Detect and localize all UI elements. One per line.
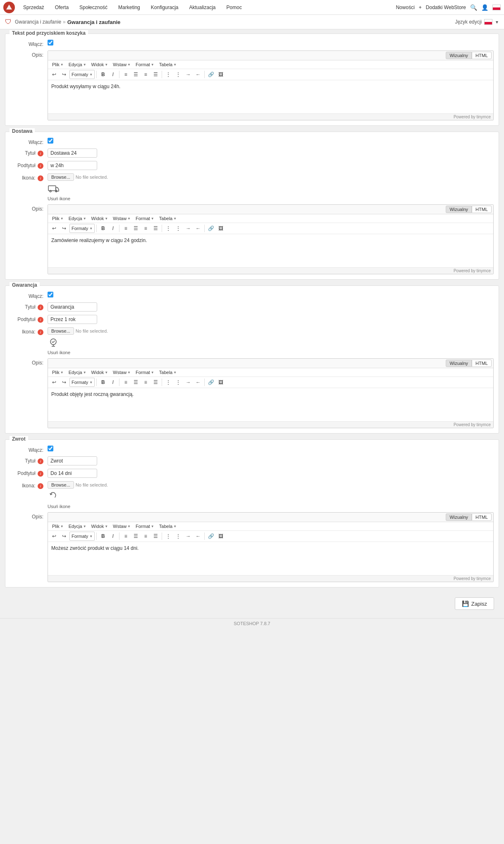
btn-indent-1[interactable]: → [184, 224, 193, 233]
podtytul-info-icon-2[interactable]: i [38, 317, 43, 323]
tab-html-1[interactable]: HTML [472, 206, 492, 213]
tytul-input-1[interactable] [48, 149, 97, 158]
menu-format-0[interactable]: Format ▼ [133, 61, 157, 68]
formats-dropdown-0[interactable]: Formaty ▼ [69, 70, 95, 79]
btn-align-center-2[interactable]: ☰ [131, 378, 140, 387]
btn-undo-2[interactable]: ↩ [50, 378, 59, 387]
btn-ul-3[interactable]: ⋮ [164, 532, 173, 541]
remove-icon-link-3[interactable]: Usuń ikone [48, 504, 494, 509]
menu-widok-2[interactable]: Widok ▼ [89, 369, 110, 376]
tab-wizualny-3[interactable]: Wizualny [446, 513, 472, 521]
btn-align-left-0[interactable]: ≡ [121, 70, 130, 79]
menu-plik-3[interactable]: Plik ▼ [50, 523, 66, 530]
menu-wstaw-3[interactable]: Wstaw ▼ [110, 523, 133, 530]
account-icon[interactable]: 👤 [481, 4, 488, 11]
menu-widok-1[interactable]: Widok ▼ [89, 215, 110, 222]
btn-bold-2[interactable]: B [98, 378, 107, 387]
btn-bold-3[interactable]: B [98, 532, 107, 541]
tmc-content-1[interactable]: Zamówienie realizujemy w ciągu 24 godzin… [48, 234, 493, 267]
btn-redo-1[interactable]: ↪ [60, 224, 69, 233]
browse-btn-2[interactable]: Browse... [48, 327, 74, 335]
menu-wstaw-0[interactable]: Wstaw ▼ [110, 61, 133, 68]
menu-widok-3[interactable]: Widok ▼ [89, 523, 110, 530]
menu-edycja-3[interactable]: Edycja ▼ [66, 523, 89, 530]
btn-redo-3[interactable]: ↪ [60, 532, 69, 541]
flag-icon[interactable] [492, 5, 501, 10]
btn-align-left-1[interactable]: ≡ [121, 224, 130, 233]
btn-align-center-1[interactable]: ☰ [131, 224, 140, 233]
btn-image-1[interactable]: 🖼 [216, 224, 225, 233]
menu-plik-2[interactable]: Plik ▼ [50, 369, 66, 376]
tytul-info-icon-1[interactable]: i [38, 151, 43, 156]
podtytul-input-3[interactable] [48, 469, 97, 478]
wlacz-checkbox-1[interactable] [48, 138, 53, 144]
btn-image-3[interactable]: 🖼 [216, 532, 225, 541]
btn-link-0[interactable]: 🔗 [206, 70, 215, 79]
btn-undo-1[interactable]: ↩ [50, 224, 59, 233]
btn-image-2[interactable]: 🖼 [216, 378, 225, 387]
btn-align-justify-2[interactable]: ☰ [151, 378, 160, 387]
nav-item-spolecznosc[interactable]: Społeczność [74, 2, 112, 13]
tab-html-2[interactable]: HTML [472, 360, 492, 367]
menu-wstaw-2[interactable]: Wstaw ▼ [110, 369, 133, 376]
formats-dropdown-2[interactable]: Formaty ▼ [69, 378, 95, 387]
menu-edycja-2[interactable]: Edycja ▼ [66, 369, 89, 376]
btn-indent-0[interactable]: → [184, 70, 193, 79]
tab-html-3[interactable]: HTML [472, 513, 492, 521]
btn-outdent-0[interactable]: ← [193, 70, 203, 79]
btn-align-center-3[interactable]: ☰ [131, 532, 140, 541]
menu-plik-0[interactable]: Plik ▼ [50, 61, 66, 68]
btn-undo-3[interactable]: ↩ [50, 532, 59, 541]
search-icon[interactable]: 🔍 [470, 4, 477, 11]
nav-item-sprzedaz[interactable]: Sprzedaż [18, 2, 49, 13]
wlacz-checkbox-0[interactable] [48, 40, 53, 46]
tab-html-0[interactable]: HTML [472, 52, 492, 59]
btn-redo-0[interactable]: ↪ [60, 70, 69, 79]
btn-outdent-1[interactable]: ← [193, 224, 203, 233]
btn-ul2-0[interactable]: ⋮ [174, 70, 183, 79]
nav-item-aktualizacja[interactable]: Aktualizacja [184, 2, 221, 13]
btn-italic-0[interactable]: I [108, 70, 117, 79]
ikona-info-icon-1[interactable]: i [38, 175, 43, 181]
podtytul-info-icon-1[interactable]: i [38, 163, 43, 169]
nav-item-marketing[interactable]: Marketing [113, 2, 145, 13]
lang-dropdown-icon[interactable]: ▼ [495, 20, 499, 24]
btn-bold-0[interactable]: B [98, 70, 107, 79]
menu-format-2[interactable]: Format ▼ [133, 369, 157, 376]
wlacz-checkbox-3[interactable] [48, 446, 53, 451]
btn-align-center-0[interactable]: ☰ [131, 70, 140, 79]
wlacz-checkbox-2[interactable] [48, 292, 53, 297]
tytul-info-icon-2[interactable]: i [38, 305, 43, 310]
btn-align-right-1[interactable]: ≡ [141, 224, 150, 233]
btn-ul-0[interactable]: ⋮ [164, 70, 173, 79]
addons-label[interactable]: Dodatki WebStore [426, 5, 466, 10]
btn-ul2-1[interactable]: ⋮ [174, 224, 183, 233]
lang-flag-icon[interactable] [484, 19, 492, 25]
btn-link-1[interactable]: 🔗 [206, 224, 215, 233]
menu-widok-0[interactable]: Widok ▼ [89, 61, 110, 68]
btn-ul2-3[interactable]: ⋮ [174, 532, 183, 541]
btn-link-3[interactable]: 🔗 [206, 532, 215, 541]
btn-redo-2[interactable]: ↪ [60, 378, 69, 387]
browse-btn-3[interactable]: Browse... [48, 481, 74, 489]
btn-indent-2[interactable]: → [184, 378, 193, 387]
btn-align-right-2[interactable]: ≡ [141, 378, 150, 387]
menu-plik-1[interactable]: Plik ▼ [50, 215, 66, 222]
btn-ul-2[interactable]: ⋮ [164, 378, 173, 387]
nav-item-konfiguracja[interactable]: Konfiguracja [146, 2, 184, 13]
btn-italic-3[interactable]: I [108, 532, 117, 541]
ikona-info-icon-3[interactable]: i [38, 483, 43, 489]
menu-tabela-0[interactable]: Tabela ▼ [157, 61, 179, 68]
ikona-info-icon-2[interactable]: i [38, 329, 43, 335]
podtytul-input-1[interactable] [48, 161, 97, 170]
btn-align-right-3[interactable]: ≡ [141, 532, 150, 541]
menu-format-3[interactable]: Format ▼ [133, 523, 157, 530]
browse-btn-1[interactable]: Browse... [48, 173, 74, 181]
tytul-input-2[interactable] [48, 302, 97, 312]
nav-item-pomoc[interactable]: Pomoc [222, 2, 247, 13]
save-button[interactable]: 💾 Zapisz [455, 597, 494, 610]
tmc-content-2[interactable]: Produkt objęty jest roczną gwarancją. [48, 388, 493, 421]
breadcrumb-link[interactable]: Gwarancja i zaufanie [15, 19, 61, 25]
formats-dropdown-1[interactable]: Formaty ▼ [69, 224, 95, 233]
nav-item-oferta[interactable]: Oferta [50, 2, 74, 13]
